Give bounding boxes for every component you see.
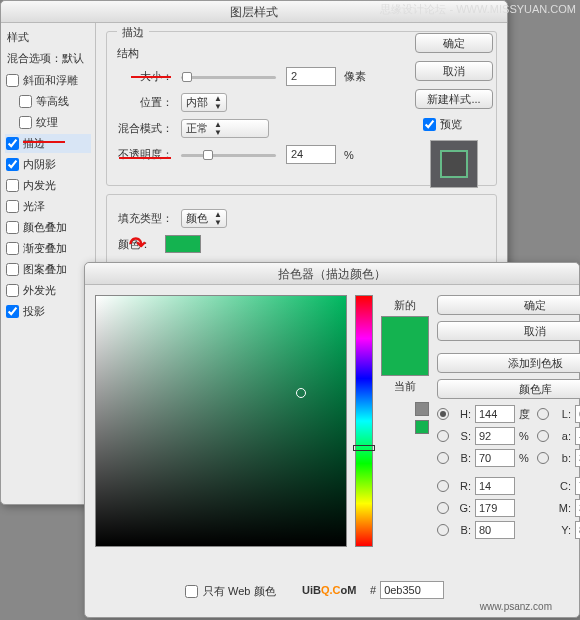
lab-b-input[interactable]: 39 [575,449,580,467]
sidebar-item-innerglow[interactable]: 内发光 [5,176,91,195]
sidebar-item-stroke[interactable]: 描边 [5,134,91,153]
right-column: 确定 取消 添加到色板 颜色库 H:144度L:64 S:92%a:-56 B:… [437,295,580,547]
checkbox[interactable] [6,74,19,87]
s-input[interactable]: 92 [475,427,515,445]
new-label: 新的 [381,298,429,313]
size-input[interactable]: 2 [286,67,336,86]
web-only-row: 只有 Web 颜色 [185,584,276,599]
add-swatch-button[interactable]: 添加到色板 [437,353,580,373]
radio-rgb-b[interactable] [437,524,449,536]
a-input[interactable]: -56 [575,427,580,445]
radio-g[interactable] [437,502,449,514]
hex-row: # 0eb350 [370,581,444,599]
watermark-logo: UiBQ.CoM [302,580,356,598]
color-library-button[interactable]: 颜色库 [437,379,580,399]
new-style-button[interactable]: 新建样式... [415,89,493,109]
value-grid: H:144度L:64 S:92%a:-56 B:70%b:39 R:14C:75… [437,405,580,539]
radio-r[interactable] [437,480,449,492]
sidebar-item-outerglow[interactable]: 外发光 [5,281,91,300]
radio-h[interactable] [437,408,449,420]
preview-checkbox[interactable] [423,118,436,131]
blendmode-select[interactable]: 正常▲▼ [181,119,269,138]
checkbox[interactable] [6,158,19,171]
button-column: 确定 取消 新建样式... 预览 [415,33,493,196]
preview-label: 预览 [440,117,462,132]
sidebar-header[interactable]: 样式 [5,29,91,46]
sidebar-item-coloroverlay[interactable]: 颜色叠加 [5,218,91,237]
sidebar-item-texture[interactable]: 纹理 [5,113,91,132]
rgb-b-input[interactable]: 80 [475,521,515,539]
hex-label: # [370,584,376,596]
window-title[interactable]: 拾色器（描边颜色） [85,263,579,285]
cancel-button[interactable]: 取消 [415,61,493,81]
hue-thumb[interactable] [353,445,375,451]
ok-button[interactable]: 确定 [415,33,493,53]
radio-s[interactable] [437,430,449,442]
y-input[interactable]: 88 [575,521,580,539]
opacity-slider[interactable] [181,148,276,162]
annotation-line [23,141,65,143]
checkbox[interactable] [6,284,19,297]
checkbox[interactable] [6,137,19,150]
sidebar-item-gradoverlay[interactable]: 渐变叠加 [5,239,91,258]
opacity-unit: % [344,149,354,161]
opacity-label: 不透明度： [117,147,173,162]
h-input[interactable]: 144 [475,405,515,423]
annotation-arrow: ↷ [129,232,146,256]
radio-lab-b[interactable] [537,452,549,464]
checkbox[interactable] [19,95,32,108]
opacity-input[interactable]: 24 [286,145,336,164]
hue-slider[interactable] [355,295,373,547]
watermark-top: 思缘设计论坛 - WWW.MISSYUAN.COM [380,2,576,17]
hex-input[interactable]: 0eb350 [380,581,444,599]
style-preview [430,140,478,188]
ok-button[interactable]: 确定 [437,295,580,315]
filltype-label: 填充类型： [117,211,173,226]
color-picker-window: 拾色器（描边颜色） 新的 当前 确定 取消 添加到色板 颜色库 [84,262,580,618]
size-unit: 像素 [344,69,366,84]
checkbox[interactable] [6,263,19,276]
checkbox[interactable] [19,116,32,129]
size-slider[interactable] [181,70,276,84]
saturation-value-field[interactable] [95,295,347,547]
filltype-select[interactable]: 颜色▲▼ [181,209,227,228]
websafe-swatch[interactable] [415,420,429,434]
checkbox[interactable] [6,305,19,318]
web-only-checkbox[interactable] [185,585,198,598]
blendmode-label: 混合模式： [117,121,173,136]
radio-a[interactable] [537,430,549,442]
sidebar-item-innershadow[interactable]: 内阴影 [5,155,91,174]
current-label: 当前 [381,379,429,394]
watermark-url: www.psanz.com [480,601,552,612]
web-only-label: 只有 Web 颜色 [203,584,276,599]
annotation-line [131,76,171,78]
sidebar-item-bevel[interactable]: 斜面和浮雕 [5,71,91,90]
checkbox[interactable] [6,242,19,255]
sidebar-item-satin[interactable]: 光泽 [5,197,91,216]
cancel-button[interactable]: 取消 [437,321,580,341]
l-input[interactable]: 64 [575,405,580,423]
sidebar-item-patternoverlay[interactable]: 图案叠加 [5,260,91,279]
preview-column: 新的 当前 [381,295,429,547]
blend-options[interactable]: 混合选项：默认 [5,50,91,67]
r-input[interactable]: 14 [475,477,515,495]
annotation-line [119,157,171,159]
radio-l[interactable] [537,408,549,420]
checkbox[interactable] [6,221,19,234]
group-title-stroke: 描边 [117,25,149,40]
position-select[interactable]: 内部▲▼ [181,93,227,112]
m-input[interactable]: 3 [575,499,580,517]
picker-cursor-icon [296,388,306,398]
b-hsb-input[interactable]: 70 [475,449,515,467]
color-preview [381,316,429,376]
color-swatch[interactable] [165,235,201,253]
c-input[interactable]: 75 [575,477,580,495]
checkbox[interactable] [6,179,19,192]
radio-b[interactable] [437,452,449,464]
sidebar-item-contour[interactable]: 等高线 [5,92,91,111]
cube-icon[interactable] [415,402,429,416]
checkbox[interactable] [6,200,19,213]
g-input[interactable]: 179 [475,499,515,517]
sidebar-item-dropshadow[interactable]: 投影 [5,302,91,321]
style-sidebar: 样式 混合选项：默认 斜面和浮雕 等高线 纹理 描边 内阴影 内发光 光泽 颜色… [1,23,96,504]
